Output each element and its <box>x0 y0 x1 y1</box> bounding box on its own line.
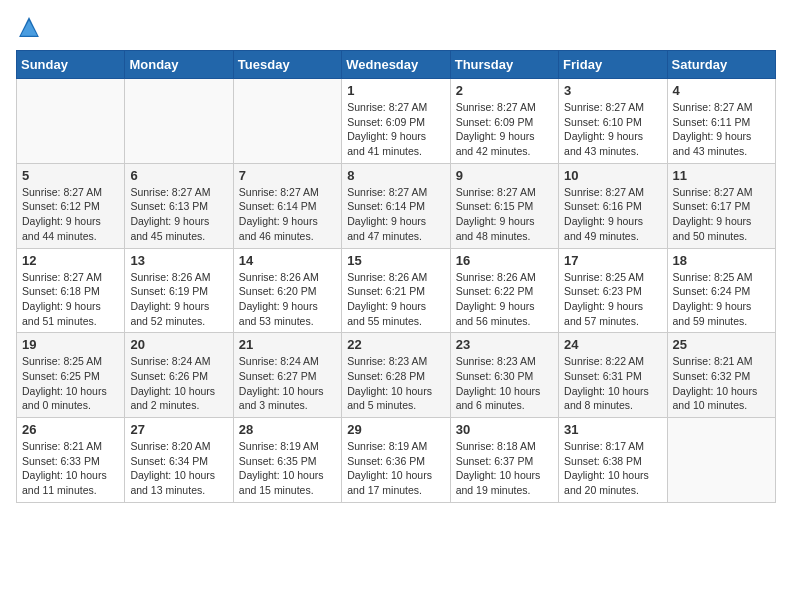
day-number: 14 <box>239 253 336 268</box>
calendar-cell: 12Sunrise: 8:27 AM Sunset: 6:18 PM Dayli… <box>17 248 125 333</box>
calendar-cell: 2Sunrise: 8:27 AM Sunset: 6:09 PM Daylig… <box>450 79 558 164</box>
calendar-cell <box>125 79 233 164</box>
day-info: Sunrise: 8:27 AM Sunset: 6:12 PM Dayligh… <box>22 185 119 244</box>
day-number: 28 <box>239 422 336 437</box>
day-header-saturday: Saturday <box>667 51 775 79</box>
day-info: Sunrise: 8:20 AM Sunset: 6:34 PM Dayligh… <box>130 439 227 498</box>
calendar-cell: 13Sunrise: 8:26 AM Sunset: 6:19 PM Dayli… <box>125 248 233 333</box>
day-number: 21 <box>239 337 336 352</box>
calendar-cell: 7Sunrise: 8:27 AM Sunset: 6:14 PM Daylig… <box>233 163 341 248</box>
day-number: 17 <box>564 253 661 268</box>
day-header-sunday: Sunday <box>17 51 125 79</box>
calendar-cell: 3Sunrise: 8:27 AM Sunset: 6:10 PM Daylig… <box>559 79 667 164</box>
calendar-cell <box>667 418 775 503</box>
day-number: 5 <box>22 168 119 183</box>
day-number: 23 <box>456 337 553 352</box>
day-number: 4 <box>673 83 770 98</box>
day-info: Sunrise: 8:27 AM Sunset: 6:13 PM Dayligh… <box>130 185 227 244</box>
day-info: Sunrise: 8:25 AM Sunset: 6:24 PM Dayligh… <box>673 270 770 329</box>
day-number: 30 <box>456 422 553 437</box>
day-number: 31 <box>564 422 661 437</box>
day-info: Sunrise: 8:26 AM Sunset: 6:22 PM Dayligh… <box>456 270 553 329</box>
calendar-cell: 23Sunrise: 8:23 AM Sunset: 6:30 PM Dayli… <box>450 333 558 418</box>
header-row: SundayMondayTuesdayWednesdayThursdayFrid… <box>17 51 776 79</box>
day-number: 6 <box>130 168 227 183</box>
day-header-wednesday: Wednesday <box>342 51 450 79</box>
calendar-cell: 29Sunrise: 8:19 AM Sunset: 6:36 PM Dayli… <box>342 418 450 503</box>
calendar-cell: 24Sunrise: 8:22 AM Sunset: 6:31 PM Dayli… <box>559 333 667 418</box>
calendar-cell: 17Sunrise: 8:25 AM Sunset: 6:23 PM Dayli… <box>559 248 667 333</box>
logo <box>16 16 40 38</box>
day-info: Sunrise: 8:27 AM Sunset: 6:14 PM Dayligh… <box>347 185 444 244</box>
day-number: 1 <box>347 83 444 98</box>
day-number: 19 <box>22 337 119 352</box>
day-number: 15 <box>347 253 444 268</box>
day-number: 27 <box>130 422 227 437</box>
day-number: 8 <box>347 168 444 183</box>
calendar-cell: 30Sunrise: 8:18 AM Sunset: 6:37 PM Dayli… <box>450 418 558 503</box>
day-info: Sunrise: 8:26 AM Sunset: 6:19 PM Dayligh… <box>130 270 227 329</box>
calendar-cell: 9Sunrise: 8:27 AM Sunset: 6:15 PM Daylig… <box>450 163 558 248</box>
day-header-tuesday: Tuesday <box>233 51 341 79</box>
week-row-5: 26Sunrise: 8:21 AM Sunset: 6:33 PM Dayli… <box>17 418 776 503</box>
week-row-2: 5Sunrise: 8:27 AM Sunset: 6:12 PM Daylig… <box>17 163 776 248</box>
calendar-cell: 8Sunrise: 8:27 AM Sunset: 6:14 PM Daylig… <box>342 163 450 248</box>
day-info: Sunrise: 8:27 AM Sunset: 6:17 PM Dayligh… <box>673 185 770 244</box>
day-info: Sunrise: 8:27 AM Sunset: 6:14 PM Dayligh… <box>239 185 336 244</box>
calendar-cell: 25Sunrise: 8:21 AM Sunset: 6:32 PM Dayli… <box>667 333 775 418</box>
calendar-cell: 4Sunrise: 8:27 AM Sunset: 6:11 PM Daylig… <box>667 79 775 164</box>
day-info: Sunrise: 8:27 AM Sunset: 6:15 PM Dayligh… <box>456 185 553 244</box>
day-number: 25 <box>673 337 770 352</box>
day-number: 11 <box>673 168 770 183</box>
day-info: Sunrise: 8:23 AM Sunset: 6:28 PM Dayligh… <box>347 354 444 413</box>
calendar-cell: 20Sunrise: 8:24 AM Sunset: 6:26 PM Dayli… <box>125 333 233 418</box>
calendar-cell: 28Sunrise: 8:19 AM Sunset: 6:35 PM Dayli… <box>233 418 341 503</box>
day-info: Sunrise: 8:18 AM Sunset: 6:37 PM Dayligh… <box>456 439 553 498</box>
calendar-cell: 31Sunrise: 8:17 AM Sunset: 6:38 PM Dayli… <box>559 418 667 503</box>
day-info: Sunrise: 8:26 AM Sunset: 6:21 PM Dayligh… <box>347 270 444 329</box>
logo-icon <box>18 16 40 38</box>
calendar-cell: 22Sunrise: 8:23 AM Sunset: 6:28 PM Dayli… <box>342 333 450 418</box>
day-info: Sunrise: 8:17 AM Sunset: 6:38 PM Dayligh… <box>564 439 661 498</box>
day-number: 10 <box>564 168 661 183</box>
day-number: 16 <box>456 253 553 268</box>
day-info: Sunrise: 8:27 AM Sunset: 6:09 PM Dayligh… <box>456 100 553 159</box>
calendar-cell: 1Sunrise: 8:27 AM Sunset: 6:09 PM Daylig… <box>342 79 450 164</box>
calendar-cell: 6Sunrise: 8:27 AM Sunset: 6:13 PM Daylig… <box>125 163 233 248</box>
calendar-cell: 14Sunrise: 8:26 AM Sunset: 6:20 PM Dayli… <box>233 248 341 333</box>
day-number: 26 <box>22 422 119 437</box>
day-number: 2 <box>456 83 553 98</box>
day-info: Sunrise: 8:27 AM Sunset: 6:10 PM Dayligh… <box>564 100 661 159</box>
calendar-cell <box>233 79 341 164</box>
calendar-cell: 16Sunrise: 8:26 AM Sunset: 6:22 PM Dayli… <box>450 248 558 333</box>
day-number: 13 <box>130 253 227 268</box>
day-header-thursday: Thursday <box>450 51 558 79</box>
week-row-4: 19Sunrise: 8:25 AM Sunset: 6:25 PM Dayli… <box>17 333 776 418</box>
day-info: Sunrise: 8:19 AM Sunset: 6:35 PM Dayligh… <box>239 439 336 498</box>
day-info: Sunrise: 8:24 AM Sunset: 6:27 PM Dayligh… <box>239 354 336 413</box>
day-number: 24 <box>564 337 661 352</box>
calendar-cell: 18Sunrise: 8:25 AM Sunset: 6:24 PM Dayli… <box>667 248 775 333</box>
day-header-monday: Monday <box>125 51 233 79</box>
day-number: 9 <box>456 168 553 183</box>
calendar-cell: 27Sunrise: 8:20 AM Sunset: 6:34 PM Dayli… <box>125 418 233 503</box>
day-info: Sunrise: 8:25 AM Sunset: 6:23 PM Dayligh… <box>564 270 661 329</box>
day-info: Sunrise: 8:21 AM Sunset: 6:32 PM Dayligh… <box>673 354 770 413</box>
calendar-table: SundayMondayTuesdayWednesdayThursdayFrid… <box>16 50 776 503</box>
day-info: Sunrise: 8:26 AM Sunset: 6:20 PM Dayligh… <box>239 270 336 329</box>
calendar-cell: 26Sunrise: 8:21 AM Sunset: 6:33 PM Dayli… <box>17 418 125 503</box>
calendar-cell: 19Sunrise: 8:25 AM Sunset: 6:25 PM Dayli… <box>17 333 125 418</box>
day-info: Sunrise: 8:24 AM Sunset: 6:26 PM Dayligh… <box>130 354 227 413</box>
day-number: 22 <box>347 337 444 352</box>
calendar-cell: 5Sunrise: 8:27 AM Sunset: 6:12 PM Daylig… <box>17 163 125 248</box>
day-info: Sunrise: 8:27 AM Sunset: 6:11 PM Dayligh… <box>673 100 770 159</box>
day-info: Sunrise: 8:22 AM Sunset: 6:31 PM Dayligh… <box>564 354 661 413</box>
calendar-cell: 10Sunrise: 8:27 AM Sunset: 6:16 PM Dayli… <box>559 163 667 248</box>
day-number: 18 <box>673 253 770 268</box>
day-info: Sunrise: 8:23 AM Sunset: 6:30 PM Dayligh… <box>456 354 553 413</box>
day-number: 7 <box>239 168 336 183</box>
calendar-cell: 15Sunrise: 8:26 AM Sunset: 6:21 PM Dayli… <box>342 248 450 333</box>
calendar-cell: 11Sunrise: 8:27 AM Sunset: 6:17 PM Dayli… <box>667 163 775 248</box>
day-header-friday: Friday <box>559 51 667 79</box>
day-info: Sunrise: 8:25 AM Sunset: 6:25 PM Dayligh… <box>22 354 119 413</box>
